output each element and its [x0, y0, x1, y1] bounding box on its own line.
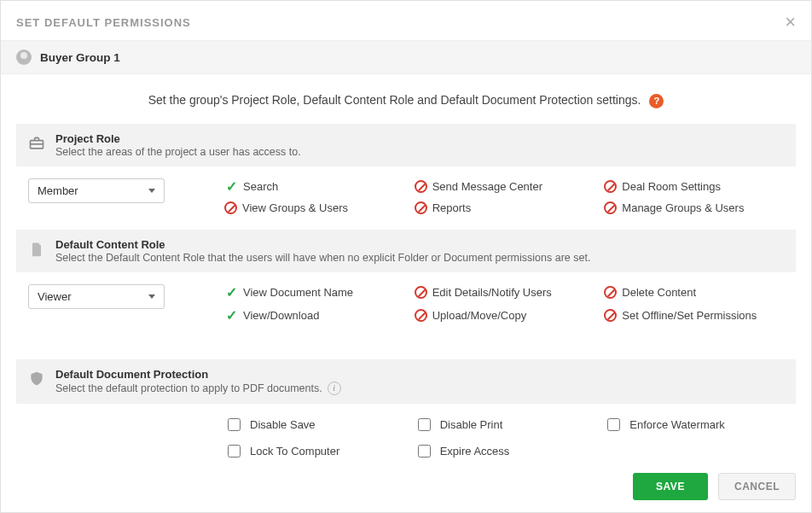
- protection-checkbox[interactable]: [418, 445, 431, 458]
- permission-label: Send Message Center: [432, 180, 542, 193]
- permission-item: Upload/Move/Copy: [415, 307, 594, 324]
- permission-item: Edit Details/Notify Users: [415, 284, 594, 300]
- project-role-body: Member ✓SearchSend Message CenterDeal Ro…: [16, 166, 796, 230]
- group-name: Buyer Group 1: [40, 51, 120, 64]
- permission-item: Set Offline/Set Permissions: [604, 307, 784, 324]
- chevron-down-icon: [148, 189, 155, 193]
- permission-item: Manage Groups & Users: [604, 201, 784, 214]
- deny-icon: [415, 201, 427, 214]
- protection-option[interactable]: Disable Print: [415, 416, 594, 434]
- permission-item: Send Message Center: [415, 178, 594, 195]
- permission-label: View/Download: [243, 309, 319, 322]
- project-role-dropdown[interactable]: Member: [28, 178, 165, 203]
- protection-checkbox[interactable]: [228, 418, 241, 431]
- check-icon: ✓: [224, 307, 238, 324]
- content-role-title: Default Content Role: [55, 238, 590, 251]
- help-icon[interactable]: ?: [649, 94, 664, 108]
- doc-protection-header: Default Document Protection Select the d…: [16, 359, 796, 404]
- protection-label: Disable Save: [250, 418, 316, 431]
- permission-label: Delete Content: [622, 286, 696, 299]
- group-bar: Buyer Group 1: [1, 40, 811, 74]
- permission-label: Search: [243, 180, 278, 193]
- deny-icon: [415, 309, 427, 322]
- doc-protection-desc: Select the default protection to apply t…: [55, 382, 341, 395]
- protection-label: Disable Print: [440, 418, 503, 431]
- permission-item: View Groups & Users: [224, 201, 404, 214]
- deny-icon: [415, 286, 427, 299]
- check-icon: ✓: [224, 284, 238, 300]
- permission-item: Reports: [415, 201, 594, 214]
- project-role-permissions: ✓SearchSend Message CenterDeal Room Sett…: [224, 178, 784, 214]
- close-icon[interactable]: ×: [785, 13, 796, 32]
- document-icon: [28, 241, 45, 258]
- project-role-title: Project Role: [55, 132, 301, 145]
- dialog-header: SET DEFAULT PERMISSIONS ×: [1, 1, 811, 40]
- protection-label: Lock To Computer: [250, 445, 339, 458]
- dialog-main: Set the group's Project Role, Default Co…: [1, 74, 811, 463]
- deny-icon: [604, 286, 617, 299]
- intro-text: Set the group's Project Role, Default Co…: [148, 93, 641, 107]
- permission-label: Reports: [432, 201, 472, 214]
- save-button[interactable]: SAVE: [633, 473, 708, 500]
- protection-checkbox[interactable]: [228, 445, 241, 458]
- deny-icon: [415, 180, 427, 193]
- project-role-selected: Member: [38, 184, 78, 197]
- protection-option[interactable]: Expire Access: [415, 442, 594, 460]
- permission-item: ✓View/Download: [224, 307, 404, 324]
- content-role-header: Default Content Role Select the Default …: [16, 230, 796, 272]
- protection-option[interactable]: Enforce Watermark: [604, 416, 784, 434]
- cancel-button[interactable]: CANCEL: [718, 473, 796, 500]
- project-role-header: Project Role Select the areas of the pro…: [16, 124, 796, 166]
- doc-protection-body: Disable SaveDisable PrintEnforce Waterma…: [16, 404, 796, 463]
- project-role-desc: Select the areas of the project a user h…: [55, 146, 301, 158]
- protection-option[interactable]: Disable Save: [224, 416, 404, 434]
- doc-protection-title: Default Document Protection: [55, 368, 341, 381]
- intro-row: Set the group's Project Role, Default Co…: [16, 74, 796, 124]
- deny-icon: [224, 201, 237, 214]
- content-role-dropdown[interactable]: Viewer: [28, 284, 165, 309]
- protection-label: Expire Access: [440, 445, 510, 458]
- permission-label: Set Offline/Set Permissions: [622, 309, 757, 322]
- permission-item: ✓Search: [224, 178, 404, 195]
- protection-label: Enforce Watermark: [629, 418, 725, 431]
- dialog-title: SET DEFAULT PERMISSIONS: [16, 16, 191, 29]
- protection-option[interactable]: Lock To Computer: [224, 442, 404, 460]
- permission-label: Manage Groups & Users: [622, 201, 744, 214]
- permission-label: View Groups & Users: [242, 201, 348, 214]
- deny-icon: [604, 309, 617, 322]
- permission-label: Upload/Move/Copy: [432, 309, 527, 322]
- protection-checkbox[interactable]: [607, 418, 620, 431]
- permission-label: Edit Details/Notify Users: [432, 286, 552, 299]
- permission-item: Deal Room Settings: [604, 178, 784, 195]
- doc-protection-options: Disable SaveDisable PrintEnforce Waterma…: [224, 416, 784, 460]
- permission-label: View Document Name: [243, 286, 353, 299]
- content-role-selected: Viewer: [38, 290, 72, 303]
- content-role-permissions: ✓View Document NameEdit Details/Notify U…: [224, 284, 784, 324]
- chevron-down-icon: [148, 294, 155, 299]
- permission-item: ✓View Document Name: [224, 284, 404, 300]
- briefcase-icon: [28, 135, 45, 152]
- content-role-desc: Select the Default Content Role that the…: [55, 252, 590, 264]
- protection-checkbox[interactable]: [418, 418, 431, 431]
- info-icon[interactable]: i: [328, 382, 341, 395]
- deny-icon: [604, 201, 617, 214]
- shield-icon: [28, 370, 45, 388]
- check-icon: ✓: [224, 178, 238, 195]
- set-default-permissions-dialog: SET DEFAULT PERMISSIONS × Buyer Group 1 …: [0, 0, 812, 513]
- content-role-body: Viewer ✓View Document NameEdit Details/N…: [16, 272, 796, 339]
- dialog-footer: SAVE CANCEL: [1, 463, 811, 512]
- permission-item: Delete Content: [604, 284, 784, 300]
- deny-icon: [604, 180, 617, 193]
- group-avatar-icon: [16, 50, 32, 65]
- permission-label: Deal Room Settings: [622, 180, 721, 193]
